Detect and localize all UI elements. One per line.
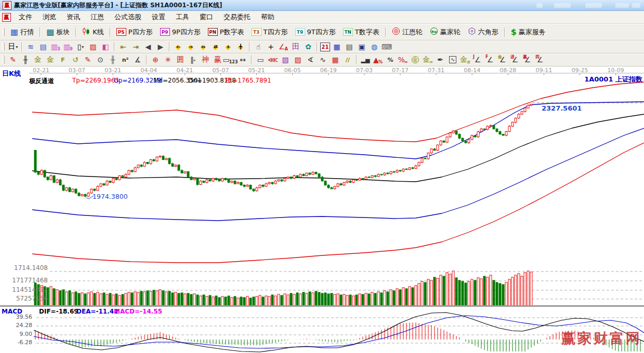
symbol-label: 1A0001 上证指数 xyxy=(584,75,642,84)
menu-item-9[interactable]: 帮助 xyxy=(256,11,280,23)
triangle-pct-icon[interactable]: ▲% xyxy=(372,55,384,65)
target-icon[interactable]: ⊕ xyxy=(150,55,161,65)
slashes-icon[interactable]: // xyxy=(342,55,353,65)
menu-item-4[interactable]: 公式选股 xyxy=(109,11,147,23)
gold-lines-icon[interactable]: 金= xyxy=(422,55,433,65)
brain-icon[interactable]: ✿ xyxy=(303,42,314,52)
diamond-left-icon[interactable]: ◆← xyxy=(173,42,184,52)
p-square-button[interactable]: PSP四方形 xyxy=(113,24,156,40)
t9-square-button[interactable]: T99T四方形 xyxy=(292,24,339,40)
kline-button[interactable]: K线 xyxy=(78,24,108,40)
calendar-icon[interactable]: 21 xyxy=(320,43,330,51)
menu-item-1[interactable]: 浏览 xyxy=(37,11,61,23)
p9-square-button[interactable]: P99P四方形 xyxy=(156,24,204,40)
j-angle-icon[interactable]: ∠J xyxy=(472,55,483,65)
quote-lines-icon[interactable]: ∥" xyxy=(187,55,199,65)
angle-check-icon[interactable]: ∢ xyxy=(305,55,316,65)
column-chart-icon[interactable]: ▂▅ xyxy=(360,55,371,65)
wave-box-icon[interactable]: ∿ xyxy=(447,55,458,65)
si-angle-icon[interactable]: ∠四 xyxy=(534,55,546,65)
grid-red-icon[interactable]: ▦ xyxy=(330,55,341,65)
ying-angle-icon[interactable]: ∠赢 xyxy=(522,55,533,65)
quotes-button[interactable]: ▦行情 xyxy=(7,24,37,40)
diamond-right-icon[interactable]: ◆→ xyxy=(185,42,196,52)
fibonacci-icon[interactable]: F xyxy=(57,55,69,65)
fan-lines-icon[interactable]: ⋘ xyxy=(267,55,279,65)
protractor-icon[interactable]: ∠A xyxy=(278,42,289,52)
box-hatch-icon[interactable]: ▨ xyxy=(292,55,304,65)
gold-circle-icon[interactable]: 金 xyxy=(410,55,421,65)
shen-icon[interactable]: 神 xyxy=(200,55,211,65)
menu-item-8[interactable]: 交易委托 xyxy=(218,11,256,23)
ruler-icon[interactable]: ▭123 xyxy=(225,55,236,65)
save-icon[interactable]: ▣ xyxy=(356,42,367,52)
calculator-icon[interactable]: ▦ xyxy=(331,42,343,52)
winner-service-button[interactable]: $赢家服务 xyxy=(507,24,549,40)
hash-small-icon[interactable]: ╫ xyxy=(107,55,119,65)
diamond-cross-icon[interactable]: ◆+ xyxy=(222,42,234,52)
gold-angle-icon[interactable]: ∠金 xyxy=(497,55,508,65)
chart-area[interactable]: 日K线 02-2103-0703-2104-0404-2105-0705-210… xyxy=(0,66,644,353)
ink-pen-icon[interactable]: ✒ xyxy=(435,55,446,65)
winner-wheel-button[interactable]: Big赢家轮 xyxy=(426,24,464,40)
menu-item-6[interactable]: 工具 xyxy=(170,11,194,23)
menu-item-3[interactable]: 江恩 xyxy=(85,11,109,23)
candle-style-icon[interactable]: ▯▾ xyxy=(75,42,86,52)
hash-lines-icon[interactable]: ╫ xyxy=(20,55,31,65)
toolbar-separator xyxy=(169,42,170,51)
percent-icon[interactable]: % xyxy=(385,55,396,65)
angle-a-icon[interactable]: ∡ xyxy=(132,55,143,65)
export-icon[interactable]: ⌨ xyxy=(381,42,392,52)
diamond-grid-icon[interactable]: ◆╋ xyxy=(235,42,246,52)
box-blue-icon[interactable]: ▭ xyxy=(255,55,266,65)
svg-text:Big: Big xyxy=(431,30,437,34)
prev-icon[interactable]: ◀ xyxy=(142,42,154,52)
ying-icon[interactable]: 赢 xyxy=(212,55,224,65)
box-purple-icon[interactable]: ▧ xyxy=(280,55,291,65)
spiral-icon[interactable]: ↺ xyxy=(70,55,81,65)
pattern-zigzag-icon[interactable]: ≋ xyxy=(25,42,36,52)
titlebar-ghost xyxy=(536,3,543,8)
wave-icon[interactable]: ∿ xyxy=(317,55,328,65)
cycle-circle-icon[interactable]: ⊙ xyxy=(95,55,106,65)
gold-lines2-icon[interactable]: 金≡ xyxy=(459,55,471,65)
notepad-icon[interactable]: ▤ xyxy=(344,42,355,52)
crosshair-icon[interactable]: + xyxy=(265,42,277,52)
period-day-selector[interactable]: 日▾ xyxy=(7,42,19,52)
color-bars-icon[interactable]: ◧ xyxy=(100,42,111,52)
f-angle-icon[interactable]: ∠F xyxy=(484,55,496,65)
hexagon-button[interactable]: 六角形 xyxy=(464,24,502,40)
bars3-icon[interactable]: ▥3 xyxy=(50,42,61,52)
menu-item-2[interactable]: 资讯 xyxy=(61,11,85,23)
gold-section-icon[interactable]: 金 xyxy=(32,55,44,65)
percent-line-icon[interactable]: %= xyxy=(397,55,409,65)
pencil2-icon[interactable]: ✎ xyxy=(82,55,94,65)
n-square-icon[interactable]: n² xyxy=(120,55,131,65)
gold-section2-icon[interactable]: 金 xyxy=(45,55,56,65)
document-icon[interactable]: ▤ xyxy=(37,42,49,52)
t-square-button[interactable]: T3T四方形 xyxy=(248,24,292,40)
flower-icon[interactable]: ✳ xyxy=(162,55,174,65)
sectors-button[interactable]: ▩板块 xyxy=(43,24,73,40)
diamond-shrink-icon[interactable]: ◆⇄ xyxy=(210,42,221,52)
gann-wheel-button[interactable]: 江恩轮 xyxy=(388,24,426,40)
grid-box-icon[interactable]: 囲 xyxy=(175,55,186,65)
p-number-button[interactable]: PNP数字表 xyxy=(204,24,248,40)
menu-item-5[interactable]: 设置 xyxy=(147,11,170,23)
width-arrow-icon[interactable]: ↔ xyxy=(237,55,248,65)
pattern-box-icon[interactable]: ▨ xyxy=(87,42,99,52)
network-icon[interactable]: ◍ xyxy=(369,42,380,52)
bars9-icon[interactable]: ▥9 xyxy=(62,42,74,52)
menu-item-0[interactable]: 文件 xyxy=(14,11,37,23)
t-number-button[interactable]: TNT数字表 xyxy=(339,24,383,40)
gann-grid-icon[interactable]: 田 xyxy=(290,42,301,52)
next-icon[interactable]: ▶ xyxy=(155,42,166,52)
jin-angle-icon[interactable]: ∠进 xyxy=(509,55,521,65)
hand-icon[interactable]: ☝ xyxy=(253,42,264,52)
gann-wheel-button-label: 江恩轮 xyxy=(402,28,423,37)
diamond-expand-icon[interactable]: ◆↔ xyxy=(198,42,209,52)
skip-start-icon[interactable]: ⇤ xyxy=(117,42,129,52)
pencil-icon[interactable]: ✎ xyxy=(7,55,19,65)
skip-end-icon[interactable]: ⇥ xyxy=(130,42,141,52)
menu-item-7[interactable]: 窗口 xyxy=(194,11,218,23)
